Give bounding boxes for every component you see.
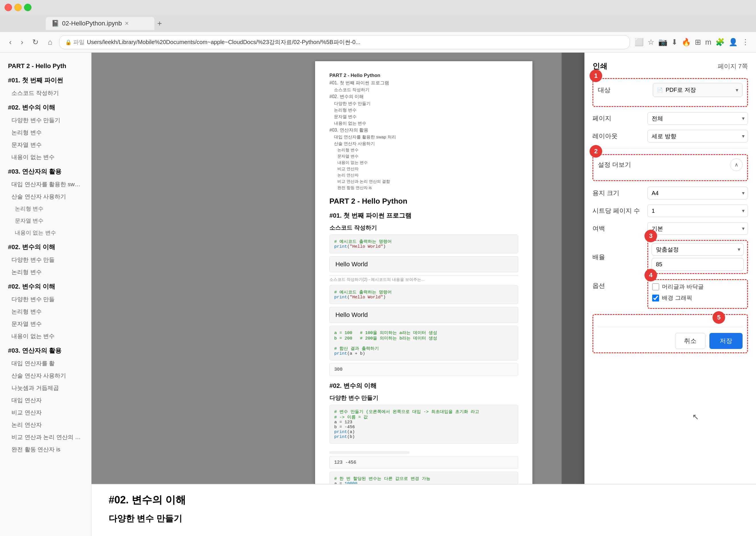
sidebar-item-var2[interactable]: 다양한 변수 만들 bbox=[5, 254, 87, 266]
headers-footers-checkbox[interactable] bbox=[652, 284, 659, 290]
sidebar-item-none-var[interactable]: 내용이 없는 변수 bbox=[5, 151, 87, 163]
cancel-button[interactable]: 취소 bbox=[675, 333, 706, 349]
refresh-button[interactable]: ↻ bbox=[30, 37, 41, 48]
headers-footers-label[interactable]: 머리글과 바닥글 bbox=[662, 283, 704, 290]
print-header: 인쇄 페이지 7쪽 bbox=[592, 61, 748, 71]
scale-section: 3 맞춤설정 ▾ bbox=[647, 240, 748, 274]
scale-highlight-wrapper: 3 맞춤설정 ▾ bbox=[647, 240, 748, 274]
sidebar-item-logic[interactable]: 논리 연산자 bbox=[5, 419, 87, 431]
background-graphics-checkbox[interactable] bbox=[652, 295, 659, 301]
minimize-button[interactable] bbox=[14, 4, 22, 11]
circle-1: 1 bbox=[590, 70, 602, 82]
tab-title: 02-HelloPython.ipynb bbox=[62, 20, 122, 27]
star-icon[interactable]: ☆ bbox=[648, 38, 654, 47]
menu-icon[interactable]: ⋮ bbox=[742, 38, 749, 47]
sidebar-item-none2[interactable]: 내용이 없는 변수 bbox=[5, 227, 87, 239]
download-icon[interactable]: ⬇ bbox=[672, 38, 678, 47]
grid-icon[interactable]: ⊞ bbox=[695, 38, 701, 47]
sidebar-item-swap2[interactable]: 대입 연산자를 활 bbox=[5, 357, 87, 370]
document-page: PART 2 - Hello Python #01. 첫 번째 파이썬 프로그램… bbox=[315, 61, 532, 527]
circle-4: 4 bbox=[644, 269, 657, 282]
extensions-icon[interactable]: 🧩 bbox=[715, 38, 725, 47]
close-button[interactable] bbox=[5, 4, 12, 11]
separator-text: 소스코드 작성하기(2) - 예시코드의 내용을 보여주는... bbox=[329, 275, 518, 282]
options-highlight: 머리글과 바닥글 배경 그래픽 bbox=[647, 279, 748, 309]
new-tab-button[interactable]: + bbox=[157, 19, 162, 28]
doc-subsection2-title: 다양한 변수 만들기 bbox=[329, 394, 518, 402]
toc-subitem2: 비교 연산과 논리 연산의 결합 bbox=[329, 179, 518, 185]
m-icon[interactable]: m bbox=[705, 38, 711, 47]
sidebar-item-03b[interactable]: #03. 연산자의 활용 bbox=[5, 344, 87, 357]
sidebar-item-03[interactable]: #03. 연산자의 활용 bbox=[5, 165, 87, 178]
sidebar-item-bool2[interactable]: 논리형 변수 bbox=[5, 203, 87, 215]
more-settings-highlight: 설정 더보기 ∧ bbox=[592, 154, 748, 181]
layout-select-wrapper: 세로 방향 ▾ bbox=[647, 130, 748, 143]
toc-item: #01. 첫 번째 파이썬 프로그램 bbox=[329, 80, 518, 87]
sidebar-item-01[interactable]: #01. 첫 번째 파이썬 bbox=[5, 74, 87, 87]
active-tab[interactable]: 📓 02-HelloPython.ipynb ✕ bbox=[46, 17, 154, 30]
fire-icon[interactable]: 🔥 bbox=[682, 38, 691, 47]
options-row: 옵션 4 머리글과 바닥글 배경 그래픽 bbox=[592, 279, 748, 309]
maximize-button[interactable] bbox=[24, 4, 31, 11]
sidebar-item-str3[interactable]: 문자열 변수 bbox=[5, 318, 87, 330]
sidebar-item-02c[interactable]: #02. 변수의 이해 bbox=[5, 280, 87, 293]
sidebar-item-bool-var[interactable]: 논리형 변수 bbox=[5, 126, 87, 139]
sidebar-item-compare[interactable]: 비교 연산자 bbox=[5, 406, 87, 419]
camera-icon[interactable]: 📷 bbox=[658, 38, 667, 47]
sidebar-item-02b[interactable]: #02. 변수의 이해 bbox=[5, 241, 87, 254]
toc-item: #02. 변수의 이해 bbox=[329, 93, 518, 100]
more-settings-label: 설정 더보기 bbox=[598, 160, 631, 169]
nav-icons: ⬜ ☆ 📷 ⬇ 🔥 ⊞ m 🧩 👤 ⋮ bbox=[635, 38, 749, 47]
sidebar-item-assign[interactable]: 대입 연산자 bbox=[5, 394, 87, 406]
sidebar-item-str2[interactable]: 문자열 변수 bbox=[5, 215, 87, 227]
tab-close-icon[interactable]: ✕ bbox=[125, 20, 129, 27]
screenshot-icon[interactable]: ⬜ bbox=[635, 38, 643, 47]
pages-select[interactable]: 전체 bbox=[647, 112, 748, 125]
destination-select[interactable]: 📄 PDF로 저장 ▾ bbox=[653, 83, 742, 97]
sidebar-item-bool4[interactable]: 논리형 변수 bbox=[5, 306, 87, 318]
scale-number-input[interactable] bbox=[652, 258, 744, 271]
code-block-1: # 예시코드 출력하는 명령어 print("Hello World") bbox=[329, 235, 518, 253]
background-graphics-label[interactable]: 배경 그래픽 bbox=[662, 294, 692, 302]
margin-select-wrapper: 기본 ▾ bbox=[647, 222, 748, 235]
toc-subitem2: 논리형 변수 bbox=[329, 147, 518, 153]
sidebar-item-none3[interactable]: 내용이 없는 변수 bbox=[5, 330, 87, 342]
print-panel: 인쇄 페이지 7쪽 1 대상 📄 PDF로 저장 ▾ bbox=[584, 52, 756, 536]
toc-subitem: 소스코드 작성하기 bbox=[329, 87, 518, 93]
sidebar-item-var-create[interactable]: 다양한 변수 만들기 bbox=[5, 114, 87, 126]
sidebar: PART 2 - Hello Pyth #01. 첫 번째 파이썬 소스코드 작… bbox=[0, 52, 91, 536]
home-button[interactable]: ⌂ bbox=[46, 37, 54, 48]
sidebar-item-02[interactable]: #02. 변수의 이해 bbox=[5, 101, 87, 114]
chevron-down-icon: ▾ bbox=[736, 87, 738, 93]
sidebar-item-combined[interactable]: 비교 연산과 논리 연산의 결합 bbox=[5, 431, 87, 443]
toc-subitem: 문자열 변수 bbox=[329, 114, 518, 120]
back-button[interactable]: ‹ bbox=[7, 37, 14, 48]
margin-select[interactable]: 기본 bbox=[647, 222, 748, 235]
code-block-3: a = 100 # 100을 의미하는 a라는 데이터 생성 b = 200 #… bbox=[329, 326, 518, 360]
layout-select[interactable]: 세로 방향 bbox=[647, 130, 748, 143]
forward-button[interactable]: › bbox=[18, 37, 26, 48]
browser-chrome: 📓 02-HelloPython.ipynb ✕ + ‹ › ↻ ⌂ 🔒 파일 … bbox=[0, 0, 756, 52]
sidebar-item-bool3[interactable]: 논리형 변수 bbox=[5, 266, 87, 278]
sidebar-item-var3[interactable]: 다양한 변수 만들 bbox=[5, 293, 87, 306]
profile-icon[interactable]: 👤 bbox=[729, 38, 738, 47]
scale-select[interactable]: 맞춤설정 bbox=[652, 243, 744, 256]
paper-size-select[interactable]: A4 bbox=[647, 187, 748, 199]
address-bar[interactable]: 🔒 파일 Users/leekh/Library/Mobile%20Docume… bbox=[59, 35, 630, 49]
sidebar-item-part2[interactable]: PART 2 - Hello Pyth bbox=[5, 60, 87, 72]
sheets-select[interactable]: 1 bbox=[647, 205, 748, 217]
sidebar-item-div[interactable]: 나눗셈과 거듭제곱 bbox=[5, 382, 87, 394]
sidebar-item-arith2[interactable]: 산술 연산자 사용하기 bbox=[5, 370, 87, 382]
layout-label: 레이아웃 bbox=[592, 132, 644, 140]
sidebar-item-is[interactable]: 완전 활동 연산자 is bbox=[5, 443, 87, 455]
sidebar-item-source-code[interactable]: 소스코드 작성하기 bbox=[5, 87, 87, 99]
destination-value: PDF로 저장 bbox=[666, 86, 733, 94]
sidebar-item-swap[interactable]: 대입 연산자를 활용한 swap 처리 bbox=[5, 178, 87, 190]
options-label: 옵션 bbox=[592, 279, 644, 290]
more-settings-toggle[interactable]: ∧ bbox=[730, 158, 742, 171]
sidebar-item-str-var[interactable]: 문자열 변수 bbox=[5, 139, 87, 151]
save-button[interactable]: 저장 bbox=[709, 333, 742, 349]
doc-section2-title: #02. 변수의 이해 bbox=[329, 382, 518, 390]
circle-2: 2 bbox=[590, 145, 602, 157]
sidebar-item-arith[interactable]: 산술 연산자 사용하기 bbox=[5, 190, 87, 203]
